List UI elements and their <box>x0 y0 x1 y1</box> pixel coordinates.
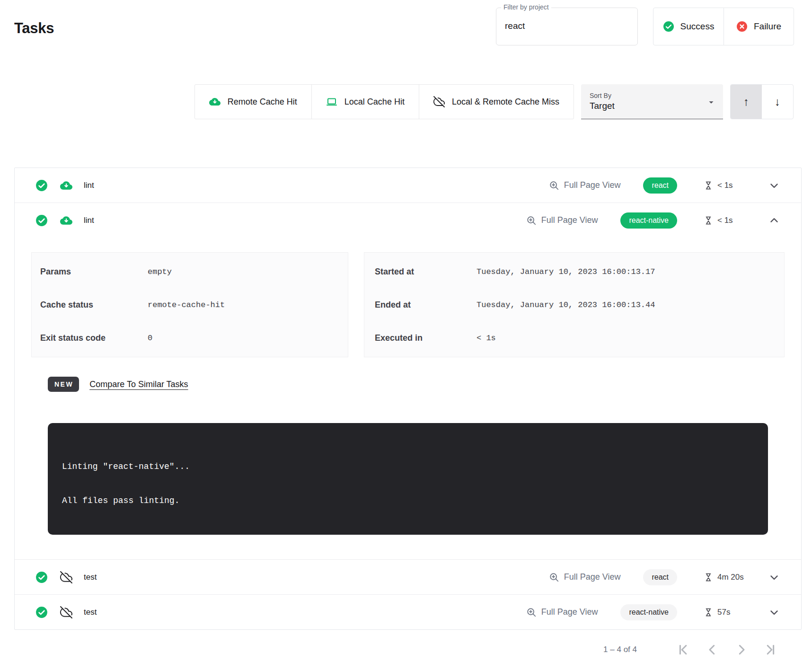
task-row: test Full Page View react-native 57s <box>15 594 801 629</box>
local-cache-hit-label: Local Cache Hit <box>344 97 405 107</box>
task-row: lint Full Page View react < 1s <box>15 168 801 203</box>
top-bar-right: Filter by project Success Failure <box>496 8 794 45</box>
hourglass-icon <box>704 216 713 225</box>
zoom-in-icon <box>526 215 537 226</box>
project-badge: react <box>643 569 677 585</box>
success-status-icon <box>35 214 48 227</box>
filters-toolbar: Remote Cache Hit Local Cache Hit Local &… <box>0 84 794 119</box>
full-page-view-link[interactable]: Full Page View <box>526 215 598 226</box>
started-at-value: Tuesday, January 10, 2023 16:00:13.17 <box>477 267 655 276</box>
terminal-line: Linting "react-native"... <box>62 458 754 475</box>
task-duration: < 1s <box>717 181 733 190</box>
task-name: lint <box>84 181 94 190</box>
status-filter-group: Success Failure <box>653 8 794 45</box>
success-status-icon <box>35 606 48 618</box>
project-badge: react <box>643 177 677 194</box>
arrow-up-icon: ↑ <box>743 95 749 108</box>
sort-descending-button[interactable]: ↓ <box>762 85 793 119</box>
failure-filter-label: Failure <box>754 21 781 32</box>
laptop-icon <box>326 96 337 107</box>
success-filter-button[interactable]: Success <box>653 8 724 45</box>
project-filter-label: Filter by project <box>501 3 551 11</box>
compare-similar-tasks-link[interactable]: Compare To Similar Tasks <box>89 380 188 389</box>
cache-miss-filter[interactable]: Local & Remote Cache Miss <box>419 85 574 119</box>
task-row-header[interactable]: test Full Page View react 4m 20s <box>15 560 801 594</box>
exit-status-label: Exit status code <box>40 333 148 343</box>
task-list: lint Full Page View react < 1s <box>14 168 802 630</box>
full-page-view-label: Full Page View <box>564 180 621 190</box>
exit-status-value: 0 <box>148 334 152 343</box>
first-page-button[interactable] <box>675 642 691 658</box>
success-status-icon <box>35 179 48 192</box>
project-filter-input[interactable] <box>504 20 627 32</box>
task-row-expanded: lint Full Page View react-native < 1s <box>15 203 801 535</box>
hourglass-icon <box>704 608 713 617</box>
zoom-in-icon <box>549 572 559 583</box>
task-row-header[interactable]: test Full Page View react-native 57s <box>15 595 801 629</box>
pagination-range-label: 1 – 4 of 4 <box>603 645 637 654</box>
sort-by-select[interactable]: Sort By Target <box>581 84 723 119</box>
previous-page-button[interactable] <box>704 642 720 658</box>
task-name: lint <box>84 216 94 225</box>
project-badge: react-native <box>620 212 677 229</box>
ended-at-value: Tuesday, January 10, 2023 16:00:13.44 <box>477 300 655 309</box>
top-bar: Tasks Filter by project Success Failure <box>0 0 812 45</box>
new-badge: NEW <box>48 377 79 392</box>
executed-in-value: < 1s <box>477 334 496 343</box>
terminal-line: All files pass linting. <box>62 492 754 509</box>
full-page-view-link[interactable]: Full Page View <box>549 572 621 583</box>
task-duration: 57s <box>717 608 730 617</box>
task-details: Params empty Cache status remote-cache-h… <box>15 252 801 535</box>
cache-status-value: remote-cache-hit <box>148 300 225 309</box>
success-status-icon <box>35 571 48 583</box>
sort-by-label: Sort By <box>590 92 715 99</box>
cloud-download-icon <box>60 214 72 227</box>
failure-filter-button[interactable]: Failure <box>724 8 794 45</box>
chevron-down-icon[interactable] <box>768 179 780 192</box>
cache-miss-label: Local & Remote Cache Miss <box>452 97 559 107</box>
task-name: test <box>84 608 97 617</box>
sort-ascending-button[interactable]: ↑ <box>731 85 762 119</box>
executed-in-label: Executed in <box>375 333 477 343</box>
arrow-down-icon: ↓ <box>775 95 780 108</box>
cache-filter-group: Remote Cache Hit Local Cache Hit Local &… <box>194 84 574 119</box>
full-page-view-link[interactable]: Full Page View <box>526 607 598 618</box>
cloud-download-icon <box>209 96 221 107</box>
task-row-header[interactable]: lint Full Page View react-native < 1s <box>15 203 801 238</box>
task-meta-panel: Params empty Cache status remote-cache-h… <box>31 252 348 357</box>
task-duration: < 1s <box>717 216 733 225</box>
cloud-off-icon <box>60 606 72 618</box>
caret-down-icon <box>706 97 716 107</box>
params-value: empty <box>148 267 172 276</box>
started-at-label: Started at <box>375 267 477 277</box>
chevron-down-icon[interactable] <box>768 571 780 583</box>
success-filter-label: Success <box>680 21 715 32</box>
terminal-blank-line <box>62 475 754 492</box>
cloud-download-icon <box>60 179 72 192</box>
params-label: Params <box>40 267 148 277</box>
zoom-in-icon <box>549 180 559 191</box>
cloud-off-icon <box>433 96 445 107</box>
sort-by-value: Target <box>590 101 715 111</box>
remote-cache-hit-filter[interactable]: Remote Cache Hit <box>195 85 311 119</box>
local-cache-hit-filter[interactable]: Local Cache Hit <box>311 85 419 119</box>
task-duration: 4m 20s <box>717 573 744 582</box>
failure-icon <box>736 21 748 32</box>
full-page-view-link[interactable]: Full Page View <box>549 180 621 191</box>
success-icon <box>663 21 674 32</box>
last-page-button[interactable] <box>763 642 779 658</box>
zoom-in-icon <box>526 607 537 618</box>
full-page-view-label: Full Page View <box>541 215 598 225</box>
terminal-output: Linting "react-native"... All files pass… <box>48 423 768 535</box>
task-row-header[interactable]: lint Full Page View react < 1s <box>15 168 801 203</box>
chevron-down-icon[interactable] <box>768 606 780 618</box>
chevron-up-icon[interactable] <box>768 214 780 227</box>
pagination: 1 – 4 of 4 <box>0 636 779 663</box>
project-filter-field[interactable]: Filter by project <box>496 8 638 45</box>
project-badge: react-native <box>620 604 677 620</box>
next-page-button[interactable] <box>733 642 750 658</box>
page-title: Tasks <box>14 20 54 37</box>
task-timing-panel: Started at Tuesday, January 10, 2023 16:… <box>364 252 785 357</box>
hourglass-icon <box>704 181 713 190</box>
cloud-off-icon <box>60 571 72 583</box>
